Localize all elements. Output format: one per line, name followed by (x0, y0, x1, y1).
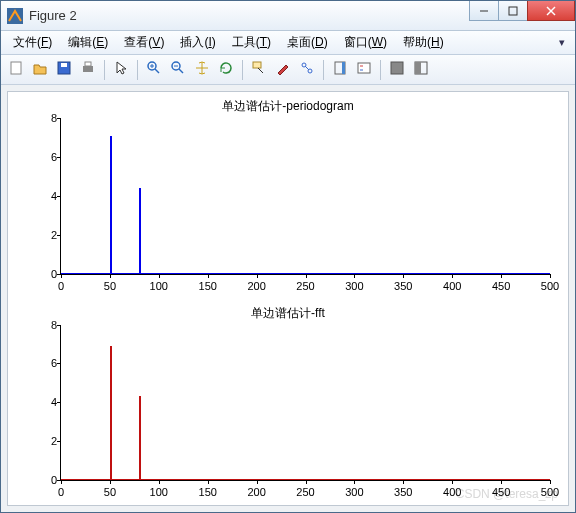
svg-line-15 (179, 69, 183, 73)
xtick-label: 300 (345, 280, 363, 292)
layout1-icon (389, 60, 405, 79)
pan-button[interactable] (191, 59, 213, 81)
xtick-mark (354, 274, 355, 278)
menu-h[interactable]: 帮助(H) (395, 32, 452, 53)
colorbar-icon (332, 60, 348, 79)
xtick-mark (354, 480, 355, 484)
xtick-mark (501, 274, 502, 278)
xtick-label: 100 (150, 280, 168, 292)
zoom-in-button[interactable] (143, 59, 165, 81)
menu-w[interactable]: 窗口(W) (336, 32, 395, 53)
zoom-out-button[interactable] (167, 59, 189, 81)
svg-line-21 (305, 66, 309, 70)
ytick-mark (57, 235, 61, 236)
titlebar[interactable]: Figure 2 (1, 1, 575, 31)
print-button[interactable] (77, 59, 99, 81)
data-peak (139, 188, 141, 274)
toolbar-separator (380, 60, 381, 80)
app-icon (7, 8, 23, 24)
datacursor-icon (251, 60, 267, 79)
open-button[interactable] (29, 59, 51, 81)
xtick-label: 50 (104, 486, 116, 498)
xtick-label: 450 (492, 280, 510, 292)
xtick-mark (550, 274, 551, 278)
brush-button[interactable] (272, 59, 294, 81)
svg-rect-27 (391, 62, 403, 74)
svg-rect-9 (85, 62, 91, 66)
plot-area-1[interactable]: 02468050100150200250300350400450500 (60, 325, 550, 482)
legend-button[interactable] (353, 59, 375, 81)
rotate-button[interactable] (215, 59, 237, 81)
baseline (61, 273, 550, 274)
menu-f[interactable]: 文件(F) (5, 32, 60, 53)
chart-0: 单边谱估计-periodogram02468050100150200250300… (8, 92, 568, 299)
data-peak (110, 346, 112, 480)
baseline (61, 479, 550, 480)
save-icon (56, 60, 72, 79)
svg-rect-29 (415, 62, 421, 74)
ytick-label: 2 (33, 435, 57, 447)
svg-rect-8 (83, 66, 93, 72)
colorbar-button[interactable] (329, 59, 351, 81)
xtick-mark (61, 274, 62, 278)
ytick-mark (57, 441, 61, 442)
svg-line-11 (155, 69, 159, 73)
plot-area-0[interactable]: 02468050100150200250300350400450500 (60, 118, 550, 275)
xtick-mark (110, 274, 111, 278)
xtick-mark (159, 274, 160, 278)
pointer-icon (113, 60, 129, 79)
xtick-label: 300 (345, 486, 363, 498)
rotate-icon (218, 60, 234, 79)
menu-e[interactable]: 编辑(E) (60, 32, 116, 53)
xtick-mark (257, 274, 258, 278)
xtick-label: 500 (541, 280, 559, 292)
toolbar-separator (137, 60, 138, 80)
data-peak (110, 136, 112, 274)
pointer-button[interactable] (110, 59, 132, 81)
close-button[interactable] (527, 1, 575, 21)
chart-1: 单边谱估计-fft0246805010015020025030035040045… (8, 299, 568, 506)
menubar: 文件(F)编辑(E)查看(V)插入(I)工具(T)桌面(D)窗口(W)帮助(H)… (1, 31, 575, 55)
xtick-mark (61, 480, 62, 484)
menu-i[interactable]: 插入(I) (172, 32, 223, 53)
chart-title-0: 单边谱估计-periodogram (8, 92, 568, 115)
menu-v[interactable]: 查看(V) (116, 32, 172, 53)
ytick-label: 4 (33, 190, 57, 202)
brush-icon (275, 60, 291, 79)
layout2-button[interactable] (410, 59, 432, 81)
svg-rect-24 (358, 63, 370, 73)
xtick-label: 450 (492, 486, 510, 498)
minimize-button[interactable] (469, 1, 499, 21)
toolbar-separator (104, 60, 105, 80)
xtick-label: 500 (541, 486, 559, 498)
xtick-label: 150 (199, 486, 217, 498)
save-button[interactable] (53, 59, 75, 81)
axes-canvas: CSDN @teresa_zp 单边谱估计-periodogram0246805… (7, 91, 569, 506)
menu-t[interactable]: 工具(T) (224, 32, 279, 53)
xtick-mark (110, 480, 111, 484)
xtick-label: 250 (296, 486, 314, 498)
ytick-mark (57, 196, 61, 197)
link-button[interactable] (296, 59, 318, 81)
xtick-label: 350 (394, 280, 412, 292)
ytick-label: 6 (33, 357, 57, 369)
maximize-button[interactable] (498, 1, 528, 21)
xtick-label: 250 (296, 280, 314, 292)
svg-rect-2 (509, 7, 517, 15)
layout2-icon (413, 60, 429, 79)
menu-chevron-icon[interactable]: ▾ (553, 36, 571, 49)
new-button[interactable] (5, 59, 27, 81)
window-buttons (470, 1, 575, 30)
xtick-mark (452, 274, 453, 278)
xtick-mark (550, 480, 551, 484)
xtick-mark (208, 274, 209, 278)
data-peak (139, 396, 141, 480)
xtick-mark (452, 480, 453, 484)
zoom-in-icon (146, 60, 162, 79)
figure-content: CSDN @teresa_zp 单边谱估计-periodogram0246805… (1, 85, 575, 512)
datacursor-button[interactable] (248, 59, 270, 81)
layout1-button[interactable] (386, 59, 408, 81)
xtick-mark (257, 480, 258, 484)
toolbar (1, 55, 575, 85)
menu-d[interactable]: 桌面(D) (279, 32, 336, 53)
